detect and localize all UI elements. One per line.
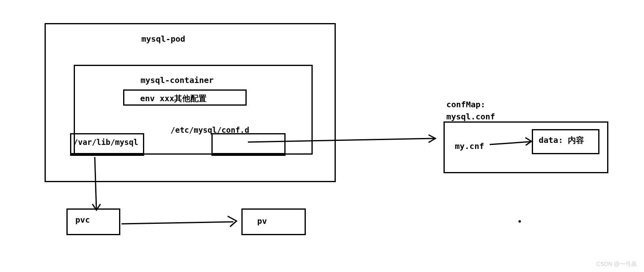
env-label: env xxx其他配置 — [140, 93, 207, 104]
svg-line-1 — [122, 222, 233, 224]
var-lib-mysql-label: /var/lib/mysql — [73, 138, 138, 147]
pv-box — [241, 208, 306, 235]
configmap-header2: mysql.conf — [446, 112, 495, 121]
pvc-box — [66, 208, 120, 235]
pvc-label: pvc — [75, 215, 90, 225]
etc-mysql-confd-box — [211, 133, 286, 156]
configmap-data-label: data: 内容 — [539, 135, 584, 146]
etc-mysql-confd-label: /etc/mysql/conf.d — [171, 125, 249, 134]
mysql-pod-label: mysql-pod — [141, 34, 185, 44]
watermark: CSDN @一弓虽 — [596, 261, 637, 268]
pv-label: pv — [257, 216, 267, 226]
configmap-file: my.cnf — [455, 141, 484, 151]
configmap-header1: confMap: — [446, 100, 485, 109]
dot — [518, 220, 521, 223]
mysql-container-label: mysql-container — [141, 75, 214, 85]
